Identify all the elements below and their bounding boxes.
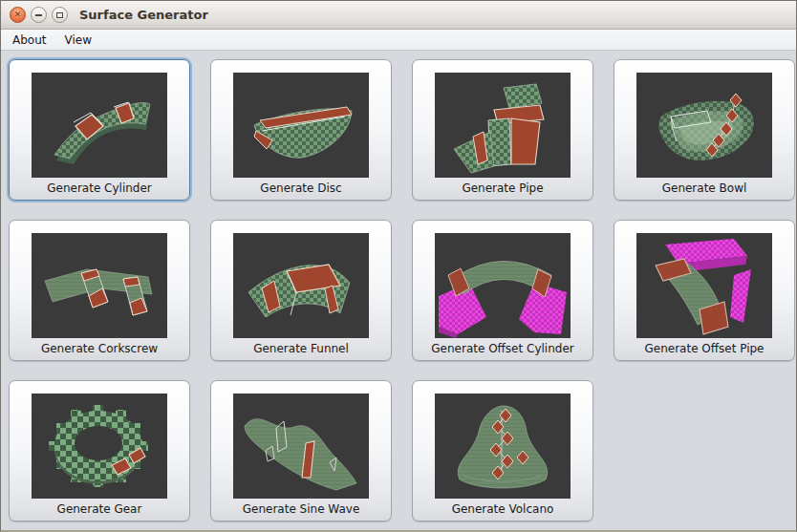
titlebar[interactable]: ✕ Surface Generator	[1, 1, 796, 30]
maximize-icon	[56, 12, 63, 18]
cylinder-preview-image	[32, 73, 167, 178]
menu-about[interactable]: About	[11, 32, 48, 49]
generate-funnel-button[interactable]: Generate Funnel	[210, 220, 392, 361]
button-grid: Generate Cylinder Generate Disc	[9, 59, 797, 521]
generate-disc-button[interactable]: Generate Disc	[210, 59, 392, 201]
button-label: Generate Gear	[57, 502, 142, 517]
button-label: Generate Bowl	[662, 181, 747, 196]
pipe-preview-image	[435, 73, 571, 178]
button-label: Generate Cylinder	[47, 181, 152, 196]
generate-offset-pipe-button[interactable]: Generate Offset Pipe	[614, 220, 795, 361]
menu-view[interactable]: View	[62, 32, 93, 49]
close-button[interactable]: ✕	[10, 7, 26, 23]
close-icon: ✕	[14, 11, 22, 19]
sine-wave-preview-image	[233, 394, 369, 499]
generate-bowl-button[interactable]: Generate Bowl	[614, 59, 795, 201]
volcano-preview-image	[435, 394, 571, 499]
button-label: Generate Sine Wave	[243, 502, 360, 517]
generate-pipe-button[interactable]: Generate Pipe	[412, 59, 593, 201]
app-window: ✕ Surface Generator About View	[0, 0, 797, 532]
gear-preview-image	[32, 394, 167, 499]
button-label: Generate Offset Pipe	[644, 342, 764, 356]
generate-cylinder-button[interactable]: Generate Cylinder	[9, 59, 190, 201]
button-label: Generate Offset Cylinder	[431, 342, 573, 356]
generate-sine-wave-button[interactable]: Generate Sine Wave	[210, 380, 392, 521]
minimize-icon	[35, 14, 42, 16]
generate-volcano-button[interactable]: Generate Volcano	[412, 380, 593, 521]
content-area: Generate Cylinder Generate Disc	[1, 51, 796, 521]
window-title: Surface Generator	[79, 8, 208, 22]
button-label: Generate Pipe	[462, 181, 543, 196]
button-label: Generate Funnel	[253, 342, 349, 356]
button-label: Generate Volcano	[452, 502, 554, 517]
button-label: Generate Disc	[260, 181, 341, 196]
disc-preview-image	[233, 73, 369, 178]
corkscrew-preview-image	[32, 233, 167, 338]
generate-offset-cylinder-button[interactable]: Generate Offset Cylinder	[412, 220, 593, 361]
minimize-button[interactable]	[31, 7, 47, 23]
generate-gear-button[interactable]: Generate Gear	[9, 380, 190, 521]
funnel-preview-image	[233, 233, 369, 338]
generate-corkscrew-button[interactable]: Generate Corkscrew	[9, 220, 190, 361]
menubar: About View	[1, 30, 796, 51]
bowl-preview-image	[636, 73, 772, 178]
button-label: Generate Corkscrew	[41, 342, 158, 356]
maximize-button[interactable]	[52, 7, 68, 23]
offset-pipe-preview-image	[636, 233, 772, 338]
offset-cylinder-preview-image	[435, 233, 571, 338]
